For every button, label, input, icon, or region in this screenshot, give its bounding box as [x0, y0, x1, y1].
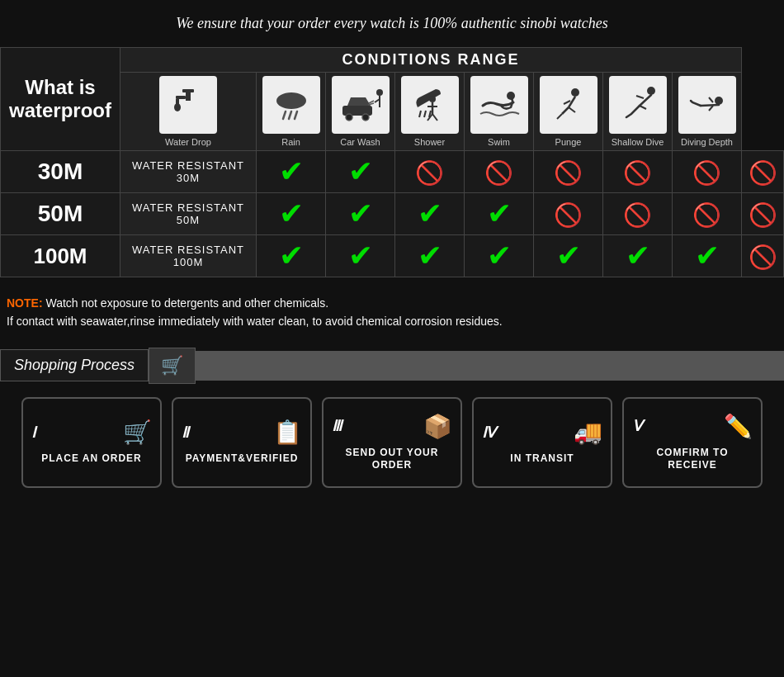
carwash-icon: [332, 76, 390, 134]
step-4-label: IN TRANSIT: [510, 452, 574, 466]
svg-line-35: [640, 106, 646, 109]
svg-point-12: [362, 114, 369, 121]
note-line2: If contact with seawater,rinse immediate…: [7, 312, 777, 330]
punge-icon: [540, 76, 597, 134]
svg-point-21: [429, 96, 436, 102]
desc-100m: WATER RESISTANT 100M: [120, 235, 257, 277]
depth-50m: 50M: [1, 193, 120, 235]
svg-line-31: [557, 114, 562, 119]
100m-rain: ✔: [326, 235, 395, 277]
step-3-num: Ⅲ: [332, 417, 342, 435]
step-5: Ⅴ ✏️ COMFIRM TO RECEIVE: [622, 397, 763, 488]
icon-cell-divingdepth: Diving Depth: [673, 73, 742, 151]
step-1-header: Ⅰ 🛒: [31, 419, 152, 446]
icon-cell-rain: Rain: [257, 73, 326, 151]
step-4-icon: 🚚: [501, 419, 602, 446]
icon-cell-carwash: Car Wash: [326, 73, 395, 151]
30m-punge: 🚫: [603, 151, 673, 193]
svg-rect-2: [176, 96, 186, 99]
100m-carwash: ✔: [395, 235, 465, 277]
step-3-label: SEND OUT YOUR ORDER: [332, 447, 452, 472]
row-100m: 100M WATER RESISTANT 100M ✔ ✔ ✔ ✔ ✔ ✔ ✔ …: [1, 235, 784, 277]
header-tagline: We ensure that your order every watch is…: [176, 15, 607, 31]
note-label: NOTE:: [7, 296, 43, 310]
icon-cell-shower: Shower: [395, 73, 465, 151]
row-50m: 50M WATER RESISTANT 50M ✔ ✔ ✔ ✔ 🚫 🚫 🚫 🚫: [1, 193, 784, 235]
50m-carwash: ✔: [395, 193, 465, 235]
punge-label: Punge: [537, 137, 599, 147]
step-1-num: Ⅰ: [31, 424, 35, 442]
step-4-num: Ⅳ: [482, 424, 496, 442]
30m-shower: 🚫: [465, 151, 534, 193]
svg-point-13: [376, 89, 383, 96]
waterproof-table: What is waterproof CONDITIONS RANGE: [0, 47, 784, 277]
svg-point-4: [174, 103, 181, 111]
step-5-icon: ✏️: [647, 413, 753, 440]
rain-label: Rain: [260, 137, 322, 147]
what-is-waterproof-label: What is waterproof: [1, 48, 120, 151]
shower-label: Shower: [399, 137, 460, 147]
svg-rect-0: [182, 89, 194, 92]
svg-line-8: [289, 111, 291, 119]
icon-cell-waterdrop: Water Drop: [120, 73, 257, 151]
svg-line-37: [709, 97, 713, 102]
svg-line-29: [564, 101, 570, 104]
50m-divingdepth: 🚫: [742, 193, 784, 235]
step-1: Ⅰ 🛒 PLACE AN ORDER: [21, 397, 162, 488]
step-5-label: COMFIRM TO RECEIVE: [632, 447, 753, 472]
step-2-header: Ⅱ 📋: [182, 419, 302, 446]
svg-point-6: [276, 92, 306, 109]
cart-icon: 🛒: [149, 348, 196, 384]
step-1-icon: 🛒: [40, 419, 152, 446]
step-3-header: Ⅲ 📦: [332, 413, 452, 440]
divingdepth-label: Diving Depth: [676, 137, 738, 147]
waterdrop-label: Water Drop: [124, 137, 253, 147]
30m-divingdepth: 🚫: [742, 151, 784, 193]
100m-waterdrop: ✔: [257, 235, 326, 277]
step-5-num: Ⅴ: [632, 417, 642, 435]
carwash-label: Car Wash: [329, 137, 391, 147]
svg-line-19: [424, 111, 426, 117]
svg-point-27: [571, 88, 579, 97]
shopping-header-bar: Shopping Process 🛒: [0, 348, 784, 384]
icon-cell-punge: Punge: [534, 73, 603, 151]
50m-punge: 🚫: [603, 193, 673, 235]
icon-cell-shallowdive: Shallow Dive: [603, 73, 673, 151]
conditions-header: CONDITIONS RANGE: [120, 48, 742, 73]
step-2: Ⅱ 📋 PAYMENT&VERIFIED: [172, 397, 312, 488]
waterproof-section: What is waterproof CONDITIONS RANGE: [0, 47, 784, 286]
shopping-section: Shopping Process 🛒 Ⅰ 🛒 PLACE AN ORDER Ⅱ …: [0, 348, 784, 504]
note-section: NOTE: Watch not exposure to detergents a…: [0, 286, 784, 348]
desc-30m: WATER RESISTANT 30M: [120, 151, 257, 193]
50m-waterdrop: ✔: [257, 193, 326, 235]
30m-swim: 🚫: [534, 151, 603, 193]
100m-divingdepth: 🚫: [742, 235, 784, 277]
30m-shallowdive: 🚫: [673, 151, 742, 193]
step-4-header: Ⅳ 🚚: [482, 419, 602, 446]
50m-swim: 🚫: [534, 193, 603, 235]
svg-point-36: [715, 97, 723, 105]
step-3: Ⅲ 📦 SEND OUT YOUR ORDER: [322, 397, 462, 488]
svg-point-11: [346, 114, 352, 121]
shopping-title: Shopping Process: [0, 349, 149, 381]
100m-punge: ✔: [603, 235, 673, 277]
100m-swim: ✔: [534, 235, 603, 277]
50m-rain: ✔: [326, 193, 395, 235]
note-text1: Watch not exposure to detergents and oth…: [43, 296, 329, 310]
shopping-bar-line: [196, 351, 784, 381]
step-3-icon: 📦: [347, 413, 452, 440]
step-4: Ⅳ 🚚 IN TRANSIT: [472, 397, 612, 488]
swim-icon: [470, 76, 528, 134]
rain-icon: [262, 76, 320, 134]
svg-line-38: [709, 106, 713, 111]
step-2-icon: 📋: [194, 419, 302, 446]
svg-line-9: [295, 111, 297, 119]
desc-50m: WATER RESISTANT 50M: [120, 193, 257, 235]
depth-30m: 30M: [1, 151, 120, 193]
svg-point-33: [647, 87, 655, 95]
divingdepth-icon: [678, 76, 736, 134]
svg-line-7: [283, 111, 286, 119]
step-5-header: Ⅴ ✏️: [632, 413, 753, 440]
30m-rain: ✔: [326, 151, 395, 193]
50m-shallowdive: 🚫: [673, 193, 742, 235]
